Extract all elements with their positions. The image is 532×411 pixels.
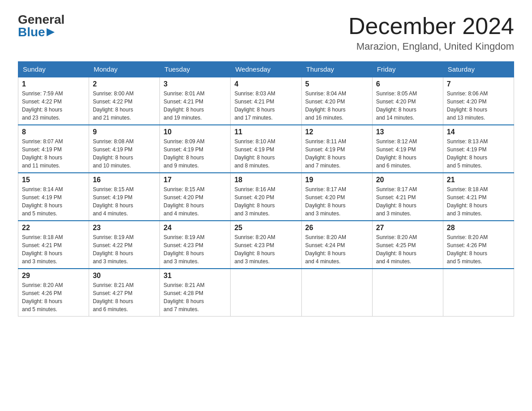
day-number: 3 [163, 80, 227, 88]
day-info: Sunrise: 8:01 AM Sunset: 4:21 PM Dayligh… [163, 90, 227, 122]
day-number: 30 [93, 272, 156, 280]
day-number: 28 [447, 224, 510, 232]
day-info: Sunrise: 8:21 AM Sunset: 4:28 PM Dayligh… [163, 281, 227, 313]
day-info: Sunrise: 8:11 AM Sunset: 4:19 PM Dayligh… [305, 137, 369, 170]
table-row: 12 Sunrise: 8:11 AM Sunset: 4:19 PM Dayl… [301, 125, 372, 173]
day-number: 27 [376, 224, 439, 232]
table-row: 25 Sunrise: 8:20 AM Sunset: 4:23 PM Dayl… [231, 221, 301, 269]
table-row: 26 Sunrise: 8:20 AM Sunset: 4:24 PM Dayl… [301, 221, 372, 269]
day-info: Sunrise: 8:17 AM Sunset: 4:20 PM Dayligh… [305, 185, 369, 218]
day-number: 26 [305, 224, 369, 232]
table-row: 14 Sunrise: 8:13 AM Sunset: 4:19 PM Dayl… [443, 125, 514, 173]
day-number: 23 [93, 224, 156, 232]
day-info: Sunrise: 8:20 AM Sunset: 4:24 PM Dayligh… [305, 233, 369, 265]
day-number: 9 [93, 128, 156, 136]
logo-general-text: General [18, 13, 64, 26]
table-row: 19 Sunrise: 8:17 AM Sunset: 4:20 PM Dayl… [301, 173, 372, 221]
day-number: 24 [163, 224, 227, 232]
table-row: 13 Sunrise: 8:12 AM Sunset: 4:19 PM Dayl… [372, 125, 443, 173]
table-row: 21 Sunrise: 8:18 AM Sunset: 4:21 PM Dayl… [443, 173, 514, 221]
table-row: 8 Sunrise: 8:07 AM Sunset: 4:19 PM Dayli… [18, 125, 89, 173]
header-friday: Friday [372, 62, 443, 77]
table-row [372, 269, 443, 317]
table-row: 30 Sunrise: 8:21 AM Sunset: 4:27 PM Dayl… [89, 269, 160, 317]
table-row: 24 Sunrise: 8:19 AM Sunset: 4:23 PM Dayl… [160, 221, 231, 269]
header-tuesday: Tuesday [160, 62, 231, 77]
day-info: Sunrise: 8:07 AM Sunset: 4:19 PM Dayligh… [22, 137, 85, 170]
day-number: 22 [22, 224, 85, 232]
header-monday: Monday [89, 62, 160, 77]
day-number: 4 [234, 80, 297, 88]
day-number: 2 [93, 80, 156, 88]
day-info: Sunrise: 8:16 AM Sunset: 4:20 PM Dayligh… [234, 185, 297, 218]
table-row: 27 Sunrise: 8:20 AM Sunset: 4:25 PM Dayl… [372, 221, 443, 269]
table-row: 22 Sunrise: 8:18 AM Sunset: 4:21 PM Dayl… [18, 221, 89, 269]
day-info: Sunrise: 8:06 AM Sunset: 4:20 PM Dayligh… [447, 90, 510, 122]
day-number: 15 [22, 176, 85, 184]
header-thursday: Thursday [301, 62, 372, 77]
day-info: Sunrise: 8:15 AM Sunset: 4:19 PM Dayligh… [93, 185, 156, 218]
day-number: 5 [305, 80, 369, 88]
day-info: Sunrise: 8:21 AM Sunset: 4:27 PM Dayligh… [93, 281, 156, 313]
day-number: 6 [376, 80, 439, 88]
day-info: Sunrise: 8:18 AM Sunset: 4:21 PM Dayligh… [447, 185, 510, 218]
table-row: 11 Sunrise: 8:10 AM Sunset: 4:19 PM Dayl… [231, 125, 301, 173]
day-info: Sunrise: 8:04 AM Sunset: 4:20 PM Dayligh… [305, 90, 369, 122]
header-sunday: Sunday [18, 62, 89, 77]
table-row: 6 Sunrise: 8:05 AM Sunset: 4:20 PM Dayli… [372, 77, 443, 125]
table-row: 17 Sunrise: 8:15 AM Sunset: 4:20 PM Dayl… [160, 173, 231, 221]
calendar-week-row: 8 Sunrise: 8:07 AM Sunset: 4:19 PM Dayli… [18, 125, 514, 173]
table-row: 5 Sunrise: 8:04 AM Sunset: 4:20 PM Dayli… [301, 77, 372, 125]
table-row [231, 269, 301, 317]
calendar-week-row: 1 Sunrise: 7:59 AM Sunset: 4:22 PM Dayli… [18, 77, 514, 125]
day-number: 12 [305, 128, 369, 136]
table-row: 29 Sunrise: 8:20 AM Sunset: 4:26 PM Dayl… [18, 269, 89, 317]
table-row: 16 Sunrise: 8:15 AM Sunset: 4:19 PM Dayl… [89, 173, 160, 221]
day-number: 16 [93, 176, 156, 184]
day-number: 7 [447, 80, 510, 88]
calendar-header-row: Sunday Monday Tuesday Wednesday Thursday… [18, 62, 514, 77]
day-info: Sunrise: 8:13 AM Sunset: 4:19 PM Dayligh… [447, 137, 510, 170]
day-number: 17 [163, 176, 227, 184]
table-row: 20 Sunrise: 8:17 AM Sunset: 4:21 PM Dayl… [372, 173, 443, 221]
logo: General Blue [18, 13, 64, 39]
day-info: Sunrise: 8:03 AM Sunset: 4:21 PM Dayligh… [234, 90, 297, 122]
table-row: 1 Sunrise: 7:59 AM Sunset: 4:22 PM Dayli… [18, 77, 89, 125]
day-info: Sunrise: 8:09 AM Sunset: 4:19 PM Dayligh… [163, 137, 227, 170]
day-info: Sunrise: 8:20 AM Sunset: 4:26 PM Dayligh… [22, 281, 85, 313]
table-row: 7 Sunrise: 8:06 AM Sunset: 4:20 PM Dayli… [443, 77, 514, 125]
day-number: 29 [22, 272, 85, 280]
day-number: 14 [447, 128, 510, 136]
day-info: Sunrise: 8:19 AM Sunset: 4:22 PM Dayligh… [93, 233, 156, 265]
day-number: 31 [163, 272, 227, 280]
day-number: 13 [376, 128, 439, 136]
table-row: 10 Sunrise: 8:09 AM Sunset: 4:19 PM Dayl… [160, 125, 231, 173]
month-title: December 2024 [348, 13, 514, 39]
svg-marker-0 [47, 28, 55, 36]
table-row [301, 269, 372, 317]
location-text: Marazion, England, United Kingdom [348, 41, 514, 52]
day-info: Sunrise: 8:14 AM Sunset: 4:19 PM Dayligh… [22, 185, 85, 218]
day-number: 20 [376, 176, 439, 184]
day-number: 1 [22, 80, 85, 88]
table-row: 2 Sunrise: 8:00 AM Sunset: 4:22 PM Dayli… [89, 77, 160, 125]
table-row: 9 Sunrise: 8:08 AM Sunset: 4:19 PM Dayli… [89, 125, 160, 173]
day-info: Sunrise: 8:08 AM Sunset: 4:19 PM Dayligh… [93, 137, 156, 170]
table-row: 31 Sunrise: 8:21 AM Sunset: 4:28 PM Dayl… [160, 269, 231, 317]
day-number: 11 [234, 128, 297, 136]
day-info: Sunrise: 8:20 AM Sunset: 4:26 PM Dayligh… [447, 233, 510, 265]
table-row: 23 Sunrise: 8:19 AM Sunset: 4:22 PM Dayl… [89, 221, 160, 269]
day-number: 8 [22, 128, 85, 136]
day-number: 19 [305, 176, 369, 184]
table-row: 18 Sunrise: 8:16 AM Sunset: 4:20 PM Dayl… [231, 173, 301, 221]
day-info: Sunrise: 8:10 AM Sunset: 4:19 PM Dayligh… [234, 137, 297, 170]
table-row: 28 Sunrise: 8:20 AM Sunset: 4:26 PM Dayl… [443, 221, 514, 269]
table-row [443, 269, 514, 317]
header-wednesday: Wednesday [231, 62, 301, 77]
day-info: Sunrise: 8:00 AM Sunset: 4:22 PM Dayligh… [93, 90, 156, 122]
header-saturday: Saturday [443, 62, 514, 77]
page-header: General Blue December 2024 Marazion, Eng… [18, 13, 514, 52]
day-number: 18 [234, 176, 297, 184]
table-row: 3 Sunrise: 8:01 AM Sunset: 4:21 PM Dayli… [160, 77, 231, 125]
logo-blue-text: Blue [18, 26, 56, 39]
